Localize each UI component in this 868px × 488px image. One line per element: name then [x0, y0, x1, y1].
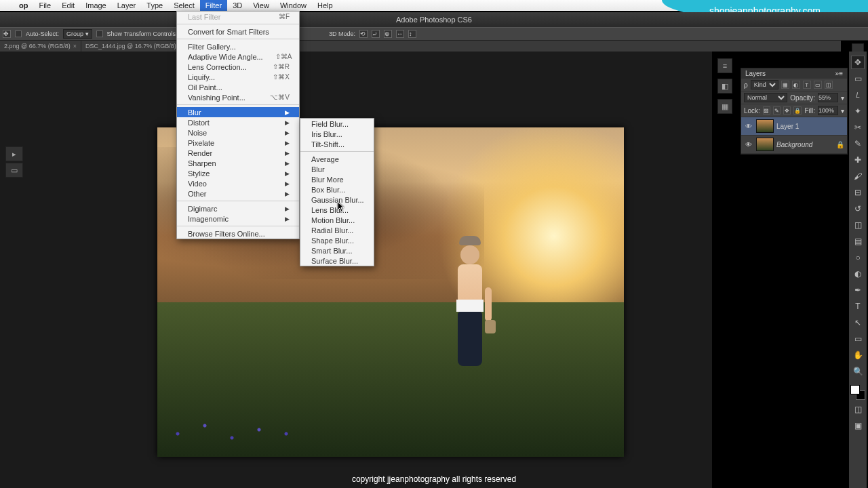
blur-lens[interactable]: Lens Blur...: [300, 205, 374, 215]
path-tool-icon[interactable]: ↖: [851, 316, 865, 329]
filter-distort-submenu[interactable]: Distort▶: [177, 117, 299, 127]
menu-type[interactable]: Type: [141, 0, 168, 11]
filter-smart-icon[interactable]: ◫: [825, 81, 833, 89]
blur-smart[interactable]: Smart Blur...: [300, 245, 374, 256]
menu-image[interactable]: Image: [80, 0, 112, 11]
lock-transparency-icon[interactable]: ▨: [763, 106, 770, 115]
blur-field[interactable]: Field Blur...: [300, 119, 374, 129]
filter-other-submenu[interactable]: Other▶: [177, 188, 299, 199]
blur-radial[interactable]: Radial Blur...: [300, 225, 374, 235]
layer-row-layer1[interactable]: 👁 Layer 1: [741, 117, 847, 136]
blur-blur[interactable]: Blur: [300, 164, 374, 174]
blur-surface[interactable]: Surface Blur...: [300, 256, 374, 266]
filter-lens-correction[interactable]: Lens Correction...⇧⌘R: [177, 62, 299, 72]
auto-select-check[interactable]: [15, 30, 22, 37]
filter-gallery[interactable]: Filter Gallery...: [177, 41, 299, 52]
3d-scale-icon[interactable]: ↕: [408, 30, 416, 38]
quickmask-icon[interactable]: ◫: [851, 403, 865, 416]
blur-box[interactable]: Box Blur...: [300, 184, 374, 195]
zoom-tool-icon[interactable]: 🔍: [851, 365, 865, 378]
menu-view[interactable]: View: [248, 0, 275, 11]
filter-browse-online[interactable]: Browse Filters Online...: [177, 228, 299, 239]
filter-noise-submenu[interactable]: Noise▶: [177, 127, 299, 138]
eyedropper-tool-icon[interactable]: ✎: [851, 137, 865, 150]
crop-tool-icon[interactable]: ✂: [851, 121, 865, 134]
blur-gaussian[interactable]: Gaussian Blur...: [300, 195, 374, 205]
marquee-tool-icon[interactable]: ▭: [851, 72, 865, 85]
filter-kind-select[interactable]: Kind: [751, 80, 778, 89]
menu-layer[interactable]: Layer: [112, 0, 142, 11]
layer-name[interactable]: Background: [776, 141, 812, 148]
apple-menu[interactable]: [0, 0, 14, 11]
brush-tool-icon[interactable]: 🖌: [851, 169, 865, 183]
pen-tool-icon[interactable]: ✒: [851, 283, 865, 297]
filter-sharpen-submenu[interactable]: Sharpen▶: [177, 158, 299, 168]
swatches-panel-icon[interactable]: ▦: [717, 99, 732, 114]
filter-liquify[interactable]: Liquify...⇧⌘X: [177, 72, 299, 82]
layer-thumbnail[interactable]: [756, 119, 774, 133]
history-panel-icon[interactable]: ≡: [717, 58, 732, 73]
menu-select[interactable]: Select: [168, 0, 200, 11]
filter-stylize-submenu[interactable]: Stylize▶: [177, 168, 299, 178]
lock-pixels-icon[interactable]: ✎: [773, 106, 781, 115]
tab-1[interactable]: DSC_1444.jpg @ 16.7% (RGB/8)×: [81, 41, 187, 52]
hand-tool-icon[interactable]: ✋: [851, 348, 865, 362]
panel-menu-icon[interactable]: »≡: [835, 70, 843, 77]
blur-motion[interactable]: Motion Blur...: [300, 215, 374, 225]
blur-tool-icon[interactable]: ○: [851, 251, 865, 264]
tab-0[interactable]: 2.png @ 66.7% (RGB/8)×: [0, 41, 81, 52]
move-tool-icon[interactable]: ✥: [851, 56, 865, 69]
fill-slider-icon[interactable]: ▾: [841, 107, 844, 115]
menu-edit[interactable]: Edit: [56, 0, 80, 11]
wand-tool-icon[interactable]: ✦: [851, 104, 865, 118]
filter-vanishing-point[interactable]: Vanishing Point...⌥⌘V: [177, 92, 299, 102]
blend-mode-select[interactable]: Normal: [744, 93, 787, 102]
3d-slide-icon[interactable]: ↔: [396, 30, 404, 38]
lasso-tool-icon[interactable]: 𝘓: [851, 88, 865, 102]
layer-name[interactable]: Layer 1: [776, 123, 799, 130]
filter-type-icon[interactable]: T: [803, 81, 811, 89]
healing-tool-icon[interactable]: ✚: [851, 153, 865, 167]
3d-orbit-icon[interactable]: ⟲: [359, 30, 368, 38]
blur-iris[interactable]: Iris Blur...: [300, 129, 374, 139]
history-brush-icon[interactable]: ↺: [851, 202, 865, 216]
auto-select-group[interactable]: Group ▾: [63, 29, 92, 39]
opacity-slider-icon[interactable]: ▾: [841, 94, 844, 102]
filter-adaptive-wide-angle[interactable]: Adaptive Wide Angle...⇧⌘A: [177, 52, 299, 62]
color-swatches[interactable]: [850, 385, 865, 400]
gradient-tool-icon[interactable]: ▤: [851, 235, 865, 248]
filter-oil-paint[interactable]: Oil Paint...: [177, 82, 299, 92]
color-panel-icon[interactable]: ◧: [717, 79, 732, 94]
eraser-tool-icon[interactable]: ◫: [851, 218, 865, 232]
filter-convert-smart[interactable]: Convert for Smart Filters: [177, 26, 299, 37]
layer-row-background[interactable]: 👁 Background 🔒: [741, 136, 847, 154]
stamp-tool-icon[interactable]: ⊟: [851, 186, 865, 199]
filter-video-submenu[interactable]: Video▶: [177, 178, 299, 188]
screenmode-icon[interactable]: ▣: [851, 419, 865, 432]
move-tool-icon[interactable]: ✥: [3, 30, 11, 38]
filter-digimarc-submenu[interactable]: Digimarc▶: [177, 203, 299, 214]
filter-imagenomic-submenu[interactable]: Imagenomic▶: [177, 214, 299, 224]
blur-shape[interactable]: Shape Blur...: [300, 235, 374, 245]
menu-help[interactable]: Help: [312, 0, 338, 11]
show-transform-check[interactable]: [96, 30, 103, 37]
app-menu[interactable]: op: [14, 0, 33, 11]
filter-pixel-icon[interactable]: ▦: [781, 81, 789, 89]
visibility-icon[interactable]: 👁: [744, 123, 753, 130]
lock-all-icon[interactable]: 🔒: [793, 106, 802, 115]
ruler-marker-icon[interactable]: ▸: [5, 146, 23, 161]
shape-tool-icon[interactable]: ▭: [851, 332, 865, 346]
filter-blur-submenu[interactable]: Blur▶: [177, 107, 299, 117]
filter-adjust-icon[interactable]: ◐: [792, 81, 800, 89]
filter-pixelate-submenu[interactable]: Pixelate▶: [177, 138, 299, 148]
lock-position-icon[interactable]: ✥: [783, 106, 791, 115]
menu-3d[interactable]: 3D: [227, 0, 248, 11]
visibility-icon[interactable]: 👁: [744, 141, 753, 148]
type-tool-icon[interactable]: T: [851, 300, 865, 313]
3d-roll-icon[interactable]: ⤾: [372, 30, 380, 38]
blur-blur-more[interactable]: Blur More: [300, 174, 374, 184]
layer-thumbnail[interactable]: [756, 138, 774, 151]
blur-tilt-shift[interactable]: Tilt-Shift...: [300, 139, 374, 149]
3d-pan-icon[interactable]: ⊕: [384, 30, 392, 38]
menu-filter[interactable]: Filter: [200, 0, 227, 11]
